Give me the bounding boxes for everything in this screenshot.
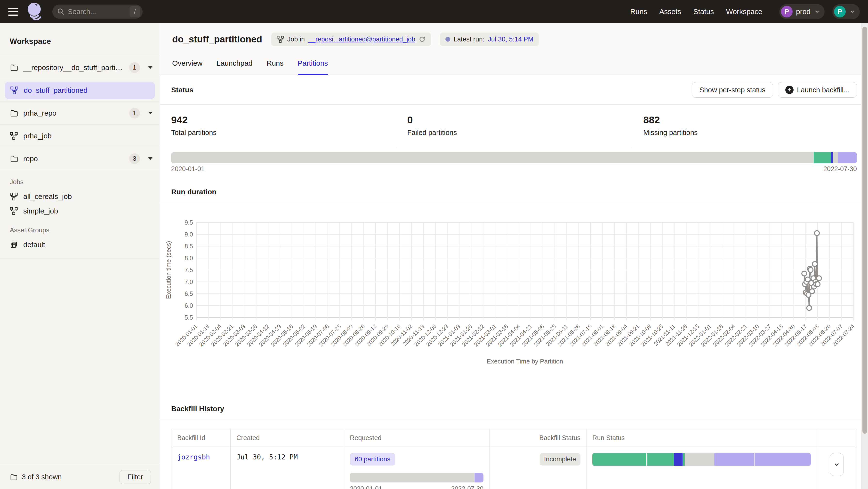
sidebar-footer: 3 of 3 shown Filter	[0, 465, 160, 489]
dagster-logo[interactable]	[26, 2, 44, 22]
svg-text:9.0: 9.0	[185, 231, 193, 238]
search-icon	[57, 8, 64, 15]
stat-failed-partitions: 0 Failed partitions	[396, 105, 632, 148]
sidebar-item-prha_repo[interactable]: prha_repo1	[0, 102, 160, 125]
job-icon	[10, 132, 18, 140]
run-duration-heading: Run duration	[160, 188, 868, 203]
sidebar-title: Workspace	[0, 23, 160, 56]
hamburger-menu-icon[interactable]	[8, 7, 20, 17]
svg-text:9.5: 9.5	[185, 219, 193, 226]
top-nav: / RunsAssetsStatusWorkspace P prod P	[0, 0, 868, 23]
status-heading: Status	[171, 86, 193, 94]
folder-icon	[10, 64, 18, 72]
bar-segment	[350, 473, 475, 483]
count-badge: 3	[129, 153, 140, 164]
column-header-requested: Requested	[344, 429, 490, 447]
bar-segment	[674, 453, 683, 466]
nav-link-status[interactable]: Status	[693, 7, 714, 16]
tab-launchpad[interactable]: Launchpad	[217, 59, 252, 75]
svg-text:6.5: 6.5	[185, 290, 193, 297]
search-input[interactable]	[68, 8, 126, 16]
bar-segment	[714, 453, 754, 466]
svg-text:8.5: 8.5	[185, 243, 193, 250]
scrollbar-thumb[interactable]	[862, 27, 867, 434]
requested-end-date: 2022-07-30	[451, 485, 484, 489]
filter-button[interactable]: Filter	[120, 470, 151, 484]
launch-backfill-label: Launch backfill...	[797, 86, 849, 94]
folder-icon	[10, 155, 18, 163]
sidebar-item-label: prha_repo	[23, 109, 57, 117]
workspace-sidebar: Workspace __repository__do_stuff_partiti…	[0, 23, 160, 489]
sidebar-item-label: simple_job	[23, 207, 58, 215]
row-expand-button[interactable]	[830, 453, 844, 476]
tab-partitions[interactable]: Partitions	[298, 59, 328, 75]
plus-icon: +	[785, 86, 794, 94]
stat-label: Total partitions	[171, 129, 396, 137]
sidebar-item-all_cereals_job[interactable]: all_cereals_job	[0, 189, 160, 204]
refresh-icon[interactable]	[419, 36, 426, 43]
nav-link-workspace[interactable]: Workspace	[726, 7, 762, 16]
caret-down-icon[interactable]	[148, 157, 153, 160]
folder-icon	[10, 473, 18, 481]
caret-down-icon[interactable]	[148, 112, 153, 115]
requested-start-date: 2020-01-01	[350, 485, 382, 489]
bar-segment	[754, 453, 811, 466]
scrollbar[interactable]	[861, 23, 868, 489]
sidebar-item-__repository__do_stuff_partitio...[interactable]: __repository__do_stuff_partitio...1	[0, 56, 160, 79]
status-section-header: Status Show per-step status + Launch bac…	[160, 75, 868, 104]
backfill-history-section: Backfill History Backfill Id Created Req…	[160, 405, 868, 489]
nav-link-runs[interactable]: Runs	[630, 7, 647, 16]
backfill-id-link[interactable]: jozrgsbh	[177, 453, 210, 461]
bar-segment	[838, 152, 857, 163]
app-window: / RunsAssetsStatusWorkspace P prod P Wor…	[0, 0, 868, 489]
run-duration-chart: 9.59.08.58.07.57.06.56.05.52020-01-01202…	[165, 211, 863, 368]
sidebar-item-do_stuff_partitioned[interactable]: do_stuff_partitioned	[5, 82, 155, 99]
latest-run-label: Latest run:	[454, 36, 485, 43]
partition-status-bar-block: 2020-01-01 2022-07-30	[160, 148, 868, 173]
repositories-shown-count: 3 of 3 shown	[22, 473, 62, 481]
search-box: /	[52, 5, 143, 19]
asset-group-icon	[10, 240, 18, 249]
sidebar-item-repo[interactable]: repo3	[0, 147, 160, 170]
latest-run-link[interactable]: Jul 30, 5:14 PM	[488, 36, 533, 43]
stat-label: Missing partitions	[643, 129, 868, 137]
user-menu[interactable]: P	[832, 4, 860, 19]
bar-segment	[647, 453, 674, 466]
run-status-dot	[445, 37, 450, 42]
column-header-backfill-status: Backfill Status	[490, 429, 587, 447]
page-title: do_stuff_partitioned	[172, 34, 262, 44]
backfill-history-heading: Backfill History	[160, 405, 868, 420]
sidebar-item-simple_job[interactable]: simple_job	[0, 204, 160, 218]
job-icon	[10, 86, 19, 95]
sidebar-item-prha_job[interactable]: prha_job	[0, 125, 160, 147]
sidebar-section-label: Asset Groups	[0, 218, 160, 237]
tab-runs[interactable]: Runs	[267, 59, 284, 75]
svg-text:7.5: 7.5	[185, 266, 193, 273]
stat-missing-partitions: 882 Missing partitions	[632, 105, 868, 148]
requested-range-bar	[350, 473, 484, 483]
sidebar-item-default[interactable]: default	[0, 237, 160, 252]
backfill-table: Backfill Id Created Requested Backfill S…	[171, 429, 857, 489]
backfill-table-header-row: Backfill Id Created Requested Backfill S…	[172, 429, 857, 447]
job-icon	[10, 192, 18, 201]
bar-segment	[171, 152, 814, 163]
count-badge: 1	[129, 108, 140, 119]
partition-bar-end-date: 2022-07-30	[824, 165, 857, 173]
count-badge: 1	[129, 62, 140, 73]
svg-text:8.0: 8.0	[185, 255, 193, 261]
job-origin-link[interactable]: __reposi...artitioned@partitioned_job	[308, 36, 415, 43]
nav-link-assets[interactable]: Assets	[659, 7, 681, 16]
bar-segment	[831, 152, 833, 163]
stat-label: Failed partitions	[407, 129, 632, 137]
sidebar-item-label: do_stuff_partitioned	[24, 86, 88, 95]
requested-partitions-chip[interactable]: 60 partitions	[350, 453, 395, 465]
stat-value: 0	[407, 115, 632, 126]
deployment-switcher[interactable]: P prod	[779, 4, 825, 19]
partition-bar-start-date: 2020-01-01	[171, 165, 205, 173]
backfill-status-badge: Incomplete	[540, 453, 581, 465]
launch-backfill-button[interactable]: + Launch backfill...	[778, 82, 857, 98]
column-header-actions	[817, 429, 857, 447]
tab-overview[interactable]: Overview	[172, 59, 203, 75]
show-per-step-status-button[interactable]: Show per-step status	[692, 82, 773, 98]
caret-down-icon[interactable]	[148, 66, 153, 69]
